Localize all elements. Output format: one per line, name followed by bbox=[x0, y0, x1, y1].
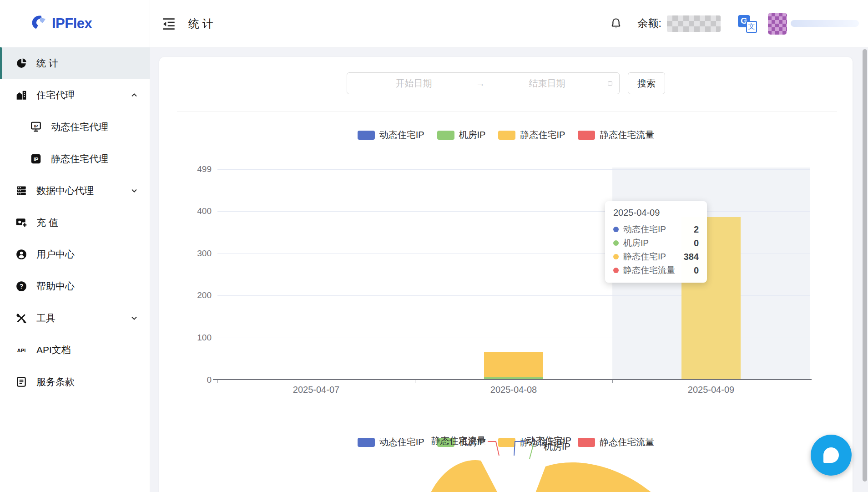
divider bbox=[177, 111, 837, 112]
tools-icon bbox=[15, 312, 27, 324]
tooltip-series-value: 0 bbox=[694, 265, 699, 276]
gridline bbox=[217, 169, 810, 170]
search-button[interactable]: 搜索 bbox=[628, 72, 665, 94]
terms-icon bbox=[15, 376, 27, 388]
end-date-input[interactable] bbox=[487, 78, 607, 89]
sidebar-item-datacenter-proxy[interactable]: 数据中心代理 bbox=[0, 175, 150, 207]
tooltip-series-dot bbox=[613, 268, 619, 273]
x-tick-label: 2025-04-07 bbox=[293, 385, 339, 395]
sidebar-item-dynamic-residential-proxy[interactable]: IP 动态住宅代理 bbox=[0, 111, 150, 143]
legend-swatch bbox=[358, 131, 375, 140]
x-axis-tick bbox=[612, 380, 613, 383]
sidebar-item-label: 帮助中心 bbox=[36, 280, 75, 293]
sidebar-item-label: API文档 bbox=[36, 344, 71, 356]
y-tick-label: 200 bbox=[171, 290, 212, 300]
filters-row: → 搜索 bbox=[159, 57, 853, 94]
pie-chart bbox=[159, 430, 853, 492]
collapse-sidebar-icon[interactable] bbox=[162, 17, 176, 30]
help-icon: ? bbox=[15, 280, 27, 292]
pie-label-static-residential-traffic: 静态住宅流量 bbox=[431, 435, 486, 447]
pie-leader-line-blue bbox=[514, 441, 525, 456]
legend-item-动态住宅IP[interactable]: 动态住宅IP bbox=[358, 129, 424, 141]
sidebar-item-label: 充 值 bbox=[36, 216, 58, 229]
legend-label: 静态住宅IP bbox=[520, 129, 565, 141]
building-icon bbox=[15, 89, 27, 101]
legend-swatch bbox=[578, 131, 595, 140]
svg-text:API: API bbox=[17, 348, 26, 353]
y-tick-label: 499 bbox=[171, 164, 212, 174]
live-chat-button[interactable] bbox=[811, 435, 852, 476]
svg-text:IP: IP bbox=[34, 124, 38, 128]
x-tick-label: 2025-04-09 bbox=[688, 385, 734, 395]
logo: IPFlex bbox=[0, 0, 150, 47]
x-axis-labels: 2025-04-072025-04-082025-04-09 bbox=[217, 385, 810, 398]
app-window: IPFlex 统 计 住宅代理 IP 动 bbox=[0, 0, 868, 492]
bar-chart-plot bbox=[217, 169, 810, 380]
tooltip-series-value: 2 bbox=[694, 224, 699, 235]
date-range-picker[interactable]: → bbox=[347, 72, 620, 94]
sidebar-item-residential-proxy[interactable]: 住宅代理 bbox=[0, 79, 150, 111]
username-redacted bbox=[791, 20, 859, 27]
legend-swatch bbox=[437, 131, 454, 140]
x-axis-tick bbox=[810, 380, 810, 383]
user-avatar[interactable] bbox=[768, 13, 787, 35]
sidebar-item-label: 统 计 bbox=[36, 57, 58, 70]
x-axis-tick bbox=[217, 380, 218, 383]
y-tick-label: 0 bbox=[171, 375, 212, 385]
x-tick-label: 2025-04-08 bbox=[490, 385, 537, 395]
legend-label: 机房IP bbox=[459, 129, 486, 141]
sidebar-item-recharge[interactable]: 充 值 bbox=[0, 207, 150, 238]
page-scrollbar-thumb[interactable] bbox=[863, 49, 867, 482]
sidebar-item-label: 用户中心 bbox=[36, 248, 75, 261]
chart-tooltip: 2025-04-09 动态住宅IP2机房IP0静态住宅IP384静态住宅流量0 bbox=[605, 201, 707, 283]
pie-slice-static-residential-ip bbox=[526, 462, 663, 492]
pie-slice-static-residential-ip bbox=[424, 460, 510, 492]
y-tick-label: 300 bbox=[171, 249, 212, 259]
statistics-card: → 搜索 动态住宅IP机房IP静态住宅IP静态住宅流量 010020030040… bbox=[159, 57, 853, 492]
recharge-icon bbox=[15, 217, 27, 228]
sidebar-item-static-residential-proxy[interactable]: IP 静态住宅代理 bbox=[0, 143, 150, 175]
tooltip-series-dot bbox=[613, 240, 619, 246]
pie-leader-line-red bbox=[488, 441, 499, 456]
svg-text:IP: IP bbox=[34, 157, 39, 162]
legend-label: 动态住宅IP bbox=[379, 129, 424, 141]
pie-label-datacenter-ip: 机房IP bbox=[544, 441, 570, 453]
sidebar-item-api-docs[interactable]: API API文档 bbox=[0, 334, 150, 366]
bar-segment-静态住宅IP bbox=[484, 352, 543, 377]
tooltip-series-value: 0 bbox=[694, 238, 699, 249]
tooltip-series-name: 机房IP bbox=[623, 237, 649, 249]
sidebar-item-label: 住宅代理 bbox=[36, 89, 75, 101]
notification-bell-icon[interactable] bbox=[610, 17, 622, 30]
logo-icon bbox=[28, 14, 48, 34]
x-axis-tick bbox=[415, 380, 415, 383]
chat-bubble-icon bbox=[823, 447, 839, 463]
chevron-down-icon bbox=[131, 314, 138, 322]
sidebar-item-label: 服务条款 bbox=[36, 375, 75, 388]
sidebar-item-tools[interactable]: 工具 bbox=[0, 302, 150, 334]
sidebar-item-label: 工具 bbox=[36, 312, 56, 325]
tooltip-row-静态住宅流量: 静态住宅流量0 bbox=[613, 264, 699, 277]
tooltip-series-dot bbox=[613, 227, 619, 232]
bar-chart-legend: 动态住宅IP机房IP静态住宅IP静态住宅流量 bbox=[159, 129, 853, 141]
sidebar-item-label: 静态住宅代理 bbox=[51, 152, 108, 165]
y-tick-label: 100 bbox=[171, 333, 212, 343]
start-date-input[interactable] bbox=[353, 78, 474, 89]
chevron-down-icon bbox=[131, 187, 138, 194]
static-ip-icon: IP bbox=[30, 153, 42, 165]
calendar-icon[interactable] bbox=[607, 78, 613, 88]
api-icon: API bbox=[15, 344, 27, 356]
google-translate-icon[interactable]: G 文 bbox=[738, 15, 757, 33]
topbar: 统 计 余额: G 文 bbox=[150, 0, 868, 47]
sidebar-item-statistics[interactable]: 统 计 bbox=[0, 47, 150, 79]
sidebar-item-terms[interactable]: 服务条款 bbox=[0, 366, 150, 398]
sidebar-item-user-center[interactable]: 用户中心 bbox=[0, 238, 150, 270]
legend-item-机房IP[interactable]: 机房IP bbox=[437, 129, 486, 141]
sidebar-item-help-center[interactable]: ? 帮助中心 bbox=[0, 270, 150, 302]
arrow-right-icon: → bbox=[474, 78, 487, 89]
svg-text:?: ? bbox=[20, 283, 24, 290]
legend-item-静态住宅流量[interactable]: 静态住宅流量 bbox=[578, 129, 654, 141]
chevron-up-icon bbox=[131, 91, 138, 99]
server-icon bbox=[15, 185, 27, 197]
x-axis-line bbox=[213, 379, 812, 380]
legend-item-静态住宅IP[interactable]: 静态住宅IP bbox=[498, 129, 565, 141]
